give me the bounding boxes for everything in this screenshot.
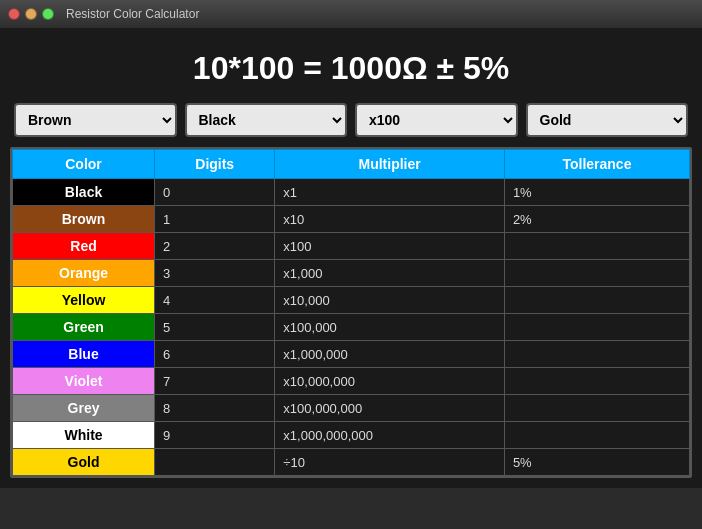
color-cell: Violet [13,368,155,395]
digit-cell: 0 [155,179,275,206]
tolerance-cell [504,368,689,395]
main-content: 10*100 = 1000Ω ± 5% Brown Black Red Oran… [0,28,702,488]
multiplier-cell: x10,000,000 [275,368,505,395]
multiplier-cell: x100,000,000 [275,395,505,422]
digit-cell: 2 [155,233,275,260]
table-row[interactable]: Red2x100 [13,233,690,260]
digit-cell: 4 [155,287,275,314]
color-cell: Yellow [13,287,155,314]
result-display: 10*100 = 1000Ω ± 5% [10,38,692,103]
multiplier-cell: x10,000 [275,287,505,314]
band1-dropdown-wrapper: Brown Black Red Orange Yellow Green Blue… [14,103,177,137]
table-row[interactable]: Green5x100,000 [13,314,690,341]
window-controls[interactable] [8,8,54,20]
tolerance-cell [504,341,689,368]
digit-cell: 7 [155,368,275,395]
multiplier-cell: x1 [275,179,505,206]
tolerance-cell [504,260,689,287]
band2-select[interactable]: Black Brown Red Orange Yellow Green Blue… [185,103,348,137]
col-digits: Digits [155,150,275,179]
dropdowns-row: Brown Black Red Orange Yellow Green Blue… [10,103,692,137]
title-bar: Resistor Color Calculator [0,0,702,28]
color-cell: Black [13,179,155,206]
table-row[interactable]: Violet7x10,000,000 [13,368,690,395]
color-cell: Brown [13,206,155,233]
multiplier-cell: x100,000 [275,314,505,341]
maximize-button[interactable] [42,8,54,20]
color-cell: Grey [13,395,155,422]
digit-cell: 6 [155,341,275,368]
window-title: Resistor Color Calculator [66,7,199,21]
digit-cell: 1 [155,206,275,233]
multiplier-select[interactable]: x1 x10 x100 x1,000 x10,000 x100,000 x1,0… [355,103,518,137]
result-text: 10*100 = 1000Ω ± 5% [193,50,509,86]
multiplier-cell: x100 [275,233,505,260]
color-cell: Gold [13,449,155,476]
table-row[interactable]: Brown1x102% [13,206,690,233]
tolerance-cell [504,314,689,341]
band1-select[interactable]: Brown Black Red Orange Yellow Green Blue… [14,103,177,137]
tolerance-cell: 1% [504,179,689,206]
multiplier-cell: x1,000,000,000 [275,422,505,449]
color-cell: Red [13,233,155,260]
col-color: Color [13,150,155,179]
minimize-button[interactable] [25,8,37,20]
digit-cell: 9 [155,422,275,449]
digit-cell: 8 [155,395,275,422]
table-row[interactable]: Grey8x100,000,000 [13,395,690,422]
band2-dropdown-wrapper: Black Brown Red Orange Yellow Green Blue… [185,103,348,137]
col-tolerance: Tollerance [504,150,689,179]
table-header-row: Color Digits Multiplier Tollerance [13,150,690,179]
col-multiplier: Multiplier [275,150,505,179]
color-cell: Green [13,314,155,341]
close-button[interactable] [8,8,20,20]
tolerance-cell [504,287,689,314]
tolerance-select[interactable]: Gold Silver None Brown Red Green Blue Vi… [526,103,689,137]
multiplier-cell: x1,000,000 [275,341,505,368]
color-table-container: Color Digits Multiplier Tollerance Black… [10,147,692,478]
digit-cell [155,449,275,476]
tolerance-cell [504,233,689,260]
tolerance-cell: 2% [504,206,689,233]
table-row[interactable]: Gold÷105% [13,449,690,476]
color-table: Color Digits Multiplier Tollerance Black… [12,149,690,476]
table-row[interactable]: Black0x11% [13,179,690,206]
color-cell: Orange [13,260,155,287]
tolerance-cell [504,395,689,422]
tolerance-dropdown-wrapper: Gold Silver None Brown Red Green Blue Vi… [526,103,689,137]
table-row[interactable]: Yellow4x10,000 [13,287,690,314]
table-row[interactable]: Orange3x1,000 [13,260,690,287]
multiplier-cell: ÷10 [275,449,505,476]
multiplier-cell: x10 [275,206,505,233]
table-row[interactable]: White9x1,000,000,000 [13,422,690,449]
color-cell: Blue [13,341,155,368]
multiplier-cell: x1,000 [275,260,505,287]
digit-cell: 3 [155,260,275,287]
table-row[interactable]: Blue6x1,000,000 [13,341,690,368]
tolerance-cell: 5% [504,449,689,476]
color-cell: White [13,422,155,449]
digit-cell: 5 [155,314,275,341]
tolerance-cell [504,422,689,449]
multiplier-dropdown-wrapper: x1 x10 x100 x1,000 x10,000 x100,000 x1,0… [355,103,518,137]
